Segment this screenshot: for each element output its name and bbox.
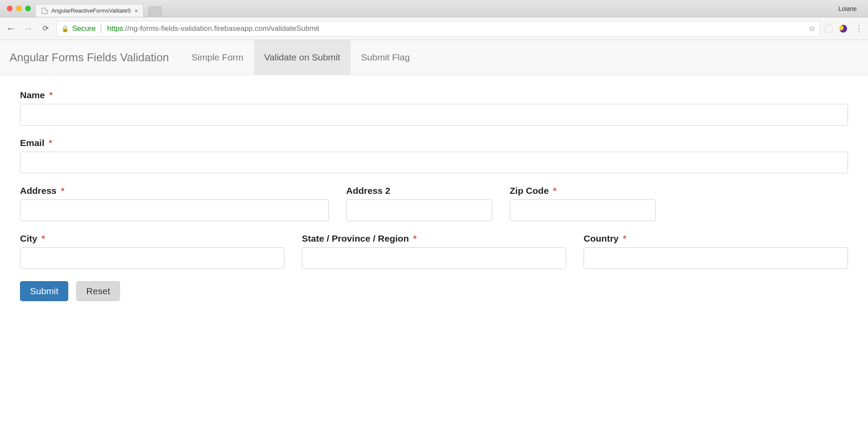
separator: │ <box>99 24 104 33</box>
app-brand[interactable]: Angular Forms Fields Validation <box>10 51 181 64</box>
back-button[interactable]: ← <box>4 22 17 35</box>
city-input[interactable] <box>20 247 284 269</box>
browser-chrome: AngularReactiveFormsValitateS × Loiane ←… <box>0 0 868 40</box>
omnibox[interactable]: 🔒 Secure │ https://ng-forms-fields-valid… <box>57 21 820 37</box>
email-input[interactable] <box>20 152 848 173</box>
label-city: City * <box>20 233 284 244</box>
arrow-left-icon: ← <box>6 24 16 33</box>
form-actions: Submit Reset <box>20 281 848 301</box>
nav-submit-flag[interactable]: Submit Flag <box>351 40 420 75</box>
label-state-text: State / Province / Region <box>302 233 409 243</box>
url-text: https://ng-forms-fields-validation.fireb… <box>107 24 320 33</box>
window-titlebar: AngularReactiveFormsValitateS × Loiane <box>0 0 868 17</box>
window-minimize-button[interactable] <box>16 6 22 11</box>
browser-tabs: AngularReactiveFormsValitateS × <box>35 0 831 17</box>
browser-tab-active[interactable]: AngularReactiveFormsValitateS × <box>35 4 144 17</box>
required-mark: * <box>61 186 64 196</box>
label-state: State / Province / Region * <box>302 233 566 244</box>
required-mark: * <box>42 233 45 243</box>
field-email: Email * <box>20 138 848 173</box>
label-city-text: City <box>20 233 37 243</box>
label-address2: Address 2 <box>346 186 492 196</box>
traffic-lights <box>3 6 35 11</box>
window-close-button[interactable] <box>7 6 13 11</box>
arrow-right-icon: → <box>23 24 33 33</box>
reload-button[interactable]: ⟳ <box>39 22 52 35</box>
app-navbar: Angular Forms Fields Validation Simple F… <box>0 40 868 75</box>
name-input[interactable] <box>20 104 848 126</box>
reload-icon: ⟳ <box>43 24 49 33</box>
label-country: Country * <box>584 233 848 244</box>
forward-button[interactable]: → <box>22 22 35 35</box>
required-mark: * <box>49 90 53 100</box>
field-name: Name * <box>20 90 848 126</box>
required-mark: * <box>413 233 417 243</box>
url-host: ://ng-forms-fields-validation.firebaseap… <box>123 24 268 33</box>
address-bar: ← → ⟳ 🔒 Secure │ https://ng-forms-fields… <box>0 17 868 40</box>
field-country: Country * <box>584 233 848 269</box>
zip-input[interactable] <box>510 199 656 221</box>
country-input[interactable] <box>584 247 848 269</box>
secure-label: Secure <box>72 24 96 33</box>
required-mark: * <box>623 233 626 243</box>
bookmark-star-icon[interactable]: ☆ <box>808 24 815 33</box>
lock-icon: 🔒 <box>61 25 69 32</box>
field-address: Address * <box>20 186 329 221</box>
profile-name[interactable]: Loiane <box>831 5 865 12</box>
url-path: /validateSubmit <box>269 24 319 33</box>
label-email: Email * <box>20 138 848 148</box>
nav-validate-on-submit[interactable]: Validate on Submit <box>254 40 351 75</box>
field-state: State / Province / Region * <box>302 233 566 269</box>
label-country-text: Country <box>584 233 619 243</box>
extension-icon[interactable] <box>825 24 833 33</box>
required-mark: * <box>49 138 52 148</box>
file-icon <box>42 8 48 14</box>
new-tab-button[interactable] <box>149 7 162 17</box>
label-address: Address * <box>20 186 329 196</box>
label-address2-text: Address 2 <box>346 186 391 196</box>
submit-button[interactable]: Submit <box>20 281 68 301</box>
address2-input[interactable] <box>346 199 492 221</box>
url-scheme: https <box>107 24 124 33</box>
browser-tab-title: AngularReactiveFormsValitateS <box>51 7 131 14</box>
reset-button[interactable]: Reset <box>76 281 120 301</box>
label-address-text: Address <box>20 186 57 196</box>
label-zip: Zip Code * <box>510 186 656 196</box>
close-icon[interactable]: × <box>134 8 138 14</box>
form-container: Name * Email * Address * Address 2 <box>0 75 868 312</box>
label-zip-text: Zip Code <box>510 186 549 196</box>
field-city: City * <box>20 233 284 269</box>
label-name-text: Name <box>20 90 45 100</box>
window-zoom-button[interactable] <box>25 6 31 11</box>
label-email-text: Email <box>20 138 44 148</box>
required-mark: * <box>553 186 557 196</box>
nav-simple-form[interactable]: Simple Form <box>181 40 254 75</box>
extension-moon-icon[interactable] <box>838 23 849 34</box>
browser-menu-button[interactable]: ⋮ <box>853 23 865 34</box>
address-input[interactable] <box>20 199 329 221</box>
label-name: Name * <box>20 90 848 100</box>
field-address2: Address 2 <box>346 186 492 221</box>
field-zip: Zip Code * <box>510 186 656 221</box>
state-input[interactable] <box>302 247 566 269</box>
